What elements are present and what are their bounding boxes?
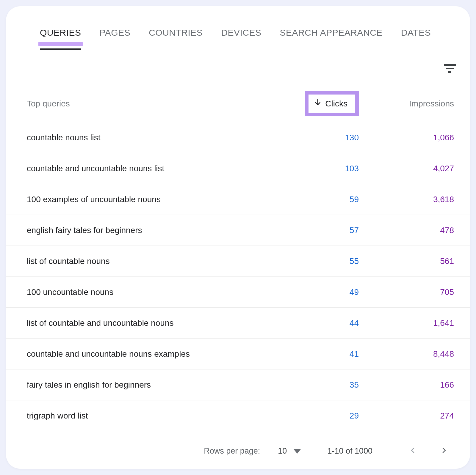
cell-query: countable and uncountable nouns list <box>27 164 275 173</box>
table-row[interactable]: countable and uncountable nouns examples… <box>6 339 470 369</box>
table-row[interactable]: countable nouns list 130 1,066 <box>6 122 470 153</box>
filter-icon[interactable] <box>444 64 456 73</box>
svg-rect-0 <box>444 64 456 66</box>
cell-clicks: 41 <box>275 349 359 359</box>
table-body: countable nouns list 130 1,066 countable… <box>6 122 470 433</box>
tab-countries[interactable]: COUNTRIES <box>149 19 203 50</box>
cell-clicks: 35 <box>275 380 359 390</box>
table-row[interactable]: list of countable nouns 55 561 <box>6 246 470 277</box>
table-row[interactable]: english fairy tales for beginners 57 478 <box>6 215 470 246</box>
arrow-down-icon <box>314 99 322 108</box>
tab-pages[interactable]: PAGES <box>100 19 131 50</box>
next-page-button[interactable] <box>436 443 452 459</box>
table-row[interactable]: 100 uncountable nouns 49 705 <box>6 277 470 308</box>
cell-query: fairy tales in english for beginners <box>27 380 275 390</box>
cell-clicks: 44 <box>275 318 359 328</box>
tab-search-appearance[interactable]: SEARCH APPEARANCE <box>280 19 383 50</box>
cell-clicks: 29 <box>275 411 359 421</box>
cell-clicks: 103 <box>275 164 359 173</box>
cell-query: 100 examples of uncountable nouns <box>27 195 275 204</box>
cell-impressions: 8,448 <box>359 349 454 359</box>
chevron-left-icon <box>410 446 416 456</box>
svg-rect-1 <box>446 68 454 69</box>
cell-impressions: 561 <box>359 257 454 266</box>
clicks-label: Clicks <box>325 99 347 108</box>
table-row[interactable]: trigraph word list 29 274 <box>6 400 470 431</box>
cell-impressions: 1,641 <box>359 318 454 328</box>
table-row[interactable]: fairy tales in english for beginners 35 … <box>6 369 470 400</box>
cell-query: trigraph word list <box>27 411 275 421</box>
column-header-clicks[interactable]: Clicks <box>305 91 359 116</box>
svg-marker-3 <box>293 449 301 454</box>
cell-query: list of countable nouns <box>27 257 275 266</box>
cell-impressions: 1,066 <box>359 133 454 142</box>
prev-page-button[interactable] <box>405 443 421 459</box>
page-range: 1-10 of 1000 <box>327 446 372 456</box>
cell-clicks: 57 <box>275 226 359 235</box>
chevron-down-icon <box>293 446 301 456</box>
cell-query: english fairy tales for beginners <box>27 226 275 235</box>
tabs: QUERIES PAGES COUNTRIES DEVICES SEARCH A… <box>6 6 470 52</box>
table-header: Top queries Clicks Impressions <box>6 85 470 122</box>
cell-clicks: 49 <box>275 287 359 297</box>
cell-clicks: 59 <box>275 195 359 204</box>
pagination: Rows per page: 10 1-10 of 1000 <box>6 433 470 469</box>
rows-per-page-label: Rows per page: <box>204 446 260 456</box>
table-row[interactable]: 100 examples of uncountable nouns 59 3,6… <box>6 184 470 215</box>
cell-impressions: 166 <box>359 380 454 390</box>
column-header-impressions[interactable]: Impressions <box>359 99 454 108</box>
tab-dates[interactable]: DATES <box>401 19 431 50</box>
cell-query: countable and uncountable nouns examples <box>27 349 275 359</box>
cell-impressions: 274 <box>359 411 454 421</box>
svg-rect-2 <box>448 71 451 73</box>
cell-query: 100 uncountable nouns <box>27 287 275 297</box>
cell-clicks: 55 <box>275 257 359 266</box>
cell-impressions: 705 <box>359 287 454 297</box>
cell-impressions: 4,027 <box>359 164 454 173</box>
rows-per-page-select[interactable]: 10 <box>278 446 301 456</box>
table-row[interactable]: countable and uncountable nouns list 103… <box>6 153 470 184</box>
queries-panel: QUERIES PAGES COUNTRIES DEVICES SEARCH A… <box>6 6 470 469</box>
rows-per-page-value: 10 <box>278 446 287 456</box>
tab-queries[interactable]: QUERIES <box>40 19 81 50</box>
cell-query: list of countable and uncountable nouns <box>27 318 275 328</box>
cell-query: countable nouns list <box>27 133 275 142</box>
column-header-top-queries[interactable]: Top queries <box>27 99 275 108</box>
tab-devices[interactable]: DEVICES <box>221 19 261 50</box>
cell-impressions: 478 <box>359 226 454 235</box>
filter-bar <box>6 52 470 85</box>
cell-impressions: 3,618 <box>359 195 454 204</box>
chevron-right-icon <box>441 446 447 456</box>
cell-clicks: 130 <box>275 133 359 142</box>
table-row[interactable]: list of countable and uncountable nouns … <box>6 308 470 339</box>
